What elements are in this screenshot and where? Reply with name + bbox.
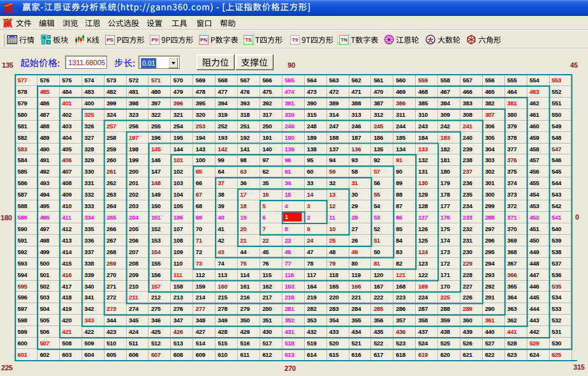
price-cell-338[interactable]: 338 — [82, 258, 105, 269]
price-cell-182[interactable]: 182 — [438, 144, 460, 155]
price-cell-122[interactable]: 122 — [416, 269, 438, 281]
price-cell-262[interactable]: 262 — [105, 177, 127, 189]
price-cell-410[interactable]: 410 — [60, 200, 82, 212]
price-cell-95[interactable]: 95 — [305, 154, 327, 166]
price-cell-109[interactable]: 109 — [171, 246, 193, 258]
price-cell-212[interactable]: 212 — [149, 292, 171, 303]
price-cell-370[interactable]: 370 — [505, 223, 527, 235]
price-cell-574[interactable]: 574 — [82, 75, 105, 86]
price-cell-374[interactable]: 374 — [505, 177, 527, 189]
price-cell-600[interactable]: 600 — [15, 338, 38, 349]
price-cell-318[interactable]: 318 — [238, 109, 260, 121]
price-cell-608[interactable]: 608 — [171, 349, 193, 361]
price-cell-7[interactable]: 7 — [260, 223, 283, 235]
price-cell-202[interactable]: 202 — [127, 189, 149, 200]
price-cell-5[interactable]: 5 — [260, 200, 283, 212]
price-cell-90[interactable]: 90 — [393, 166, 416, 177]
price-cell-332[interactable]: 332 — [82, 189, 105, 200]
price-cell-456[interactable]: 456 — [527, 166, 550, 177]
price-cell-307[interactable]: 307 — [483, 109, 505, 121]
price-cell-21[interactable]: 21 — [238, 235, 260, 246]
price-cell-249[interactable]: 249 — [283, 121, 305, 132]
price-cell-196[interactable]: 196 — [149, 132, 171, 144]
price-cell-498[interactable]: 498 — [38, 235, 60, 246]
price-cell-352[interactable]: 352 — [283, 315, 305, 326]
price-cell-36[interactable]: 36 — [238, 177, 260, 189]
price-cell-149[interactable]: 149 — [149, 189, 171, 200]
price-cell-443[interactable]: 443 — [527, 315, 550, 326]
price-cell-217[interactable]: 217 — [260, 292, 283, 303]
price-cell-298[interactable]: 298 — [483, 212, 505, 223]
price-cell-14[interactable]: 14 — [305, 189, 327, 200]
price-cell-340[interactable]: 340 — [82, 281, 105, 292]
price-cell-565[interactable]: 565 — [283, 75, 305, 86]
price-cell-220[interactable]: 220 — [327, 292, 349, 303]
price-cell-501[interactable]: 501 — [38, 269, 60, 281]
price-cell-277[interactable]: 277 — [193, 303, 216, 315]
price-cell-341[interactable]: 341 — [82, 292, 105, 303]
price-cell-74[interactable]: 74 — [216, 258, 238, 269]
price-cell-308[interactable]: 308 — [460, 109, 483, 121]
price-cell-378[interactable]: 378 — [505, 132, 527, 144]
price-cell-189[interactable]: 189 — [305, 132, 327, 144]
price-cell-224[interactable]: 224 — [416, 292, 438, 303]
menu-item-6[interactable]: 设置 — [147, 19, 163, 29]
price-cell-328[interactable]: 328 — [82, 144, 105, 155]
price-cell-234[interactable]: 234 — [460, 200, 483, 212]
price-cell-184[interactable]: 184 — [416, 132, 438, 144]
price-cell-116[interactable]: 116 — [283, 269, 305, 281]
price-cell-394[interactable]: 394 — [216, 98, 238, 109]
price-cell-215[interactable]: 215 — [216, 292, 238, 303]
price-cell-123[interactable]: 123 — [416, 258, 438, 269]
price-cell-161[interactable]: 161 — [238, 281, 260, 292]
price-cell-460[interactable]: 460 — [527, 121, 550, 132]
price-cell-604[interactable]: 604 — [82, 349, 105, 361]
price-cell-516[interactable]: 516 — [238, 338, 260, 349]
price-cell-451[interactable]: 451 — [527, 223, 550, 235]
price-cell-353[interactable]: 353 — [305, 315, 327, 326]
price-cell-186[interactable]: 186 — [371, 132, 393, 144]
price-cell-238[interactable]: 238 — [460, 154, 483, 166]
menu-item-4[interactable]: 江恩 — [85, 19, 101, 29]
price-cell-253[interactable]: 253 — [193, 121, 216, 132]
price-cell-151[interactable]: 151 — [149, 212, 171, 223]
price-cell-537[interactable]: 537 — [550, 258, 572, 269]
price-cell-512[interactable]: 512 — [149, 338, 171, 349]
price-cell-204[interactable]: 204 — [127, 212, 149, 223]
price-cell-529[interactable]: 529 — [527, 338, 550, 349]
price-cell-436[interactable]: 436 — [393, 326, 416, 338]
price-cell-235[interactable]: 235 — [460, 189, 483, 200]
price-cell-615[interactable]: 615 — [327, 349, 349, 361]
price-cell-314[interactable]: 314 — [327, 109, 349, 121]
price-cell-257[interactable]: 257 — [105, 121, 127, 132]
price-cell-140[interactable]: 140 — [260, 144, 283, 155]
price-cell-216[interactable]: 216 — [238, 292, 260, 303]
price-cell-611[interactable]: 611 — [238, 349, 260, 361]
price-cell-523[interactable]: 523 — [393, 338, 416, 349]
price-cell-491[interactable]: 491 — [38, 154, 60, 166]
price-cell-313[interactable]: 313 — [349, 109, 372, 121]
price-cell-311[interactable]: 311 — [393, 109, 416, 121]
price-cell-473[interactable]: 473 — [305, 86, 327, 98]
price-cell-290[interactable]: 290 — [483, 303, 505, 315]
price-cell-320[interactable]: 320 — [193, 109, 216, 121]
price-cell-195[interactable]: 195 — [171, 132, 193, 144]
price-cell-427[interactable]: 427 — [193, 326, 216, 338]
price-cell-588[interactable]: 588 — [15, 200, 38, 212]
price-cell-85[interactable]: 85 — [393, 223, 416, 235]
price-cell-420[interactable]: 420 — [60, 315, 82, 326]
price-cell-102[interactable]: 102 — [171, 166, 193, 177]
price-cell-284[interactable]: 284 — [349, 303, 372, 315]
price-cell-480[interactable]: 480 — [149, 86, 171, 98]
price-cell-169[interactable]: 169 — [416, 281, 438, 292]
menu-item-3[interactable]: 浏览 — [62, 19, 79, 29]
price-cell-412[interactable]: 412 — [60, 223, 82, 235]
price-cell-481[interactable]: 481 — [127, 86, 149, 98]
price-cell-153[interactable]: 153 — [149, 235, 171, 246]
price-cell-127[interactable]: 127 — [416, 212, 438, 223]
price-cell-606[interactable]: 606 — [127, 349, 149, 361]
price-cell-609[interactable]: 609 — [193, 349, 216, 361]
price-cell-27[interactable]: 27 — [349, 223, 372, 235]
price-cell-108[interactable]: 108 — [171, 235, 193, 246]
price-cell-99[interactable]: 99 — [216, 154, 238, 166]
